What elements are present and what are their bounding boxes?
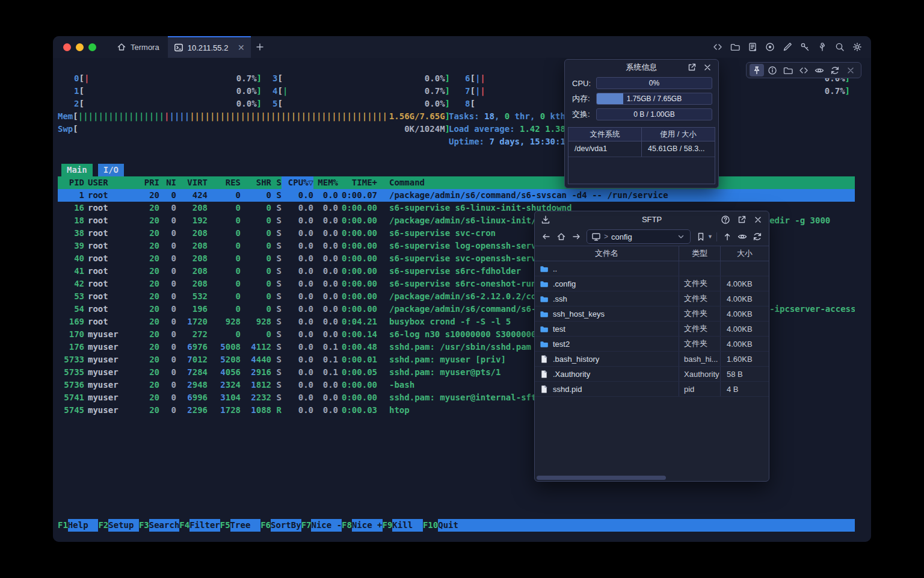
file-icon <box>540 355 549 364</box>
close-window-button[interactable] <box>63 43 71 51</box>
sftp-hscrollbar[interactable] <box>535 474 769 481</box>
column-header-shr[interactable]: SHR <box>241 176 271 189</box>
new-tab-button[interactable] <box>251 36 269 58</box>
close-button[interactable] <box>843 64 858 76</box>
column-header-pid[interactable]: PID <box>58 176 84 189</box>
path-separator: > <box>604 232 608 241</box>
session-tab[interactable]: 10.211.55.2 ✕ <box>168 36 251 58</box>
path-breadcrumb[interactable]: > config <box>587 229 691 244</box>
sftp-close-button[interactable] <box>752 214 764 226</box>
memory-progress-bar: 1.75GB / 7.65GB <box>596 93 712 105</box>
show-hidden-button[interactable] <box>736 230 749 243</box>
pin-button[interactable] <box>750 64 764 76</box>
zoom-window-button[interactable] <box>88 43 96 51</box>
info-button[interactable] <box>765 64 780 76</box>
sftp-open-window-button[interactable] <box>736 214 748 226</box>
cpu-meter-3: 3[0.0%] <box>273 72 450 85</box>
forward-button[interactable] <box>570 230 583 243</box>
folder-icon <box>783 66 793 75</box>
file-row[interactable]: sshd.pidpid4 B <box>535 382 769 397</box>
fkey-f2[interactable]: F2Setup <box>98 519 138 532</box>
key-icon <box>800 42 810 52</box>
chevron-down-icon[interactable] <box>676 232 686 241</box>
settings-button[interactable] <box>850 40 864 54</box>
file-row[interactable]: .config文件夹4.00KB <box>535 276 769 291</box>
app-home-tab[interactable]: Termora <box>108 36 168 58</box>
column-header-virt[interactable]: VIRT <box>176 176 208 189</box>
record-button[interactable] <box>763 40 777 54</box>
file-icon <box>540 385 549 394</box>
keychain-button[interactable] <box>815 40 829 54</box>
fkey-f7[interactable]: F7Nice - <box>301 519 342 532</box>
quick-toolbar <box>746 62 861 78</box>
info-icon <box>768 66 777 75</box>
column-header-pri[interactable]: PRI <box>136 176 159 189</box>
bookmark-dropdown[interactable]: ▼ <box>707 234 713 240</box>
close-tab-icon[interactable]: ✕ <box>238 43 245 52</box>
column-header-res[interactable]: RES <box>208 176 241 189</box>
minimize-window-button[interactable] <box>76 43 84 51</box>
sync-button[interactable] <box>828 64 842 76</box>
edit-button[interactable] <box>780 40 794 54</box>
nvidia-icon <box>815 66 824 75</box>
fkey-f6[interactable]: F6SortBy <box>260 519 301 532</box>
close-icon <box>703 63 712 72</box>
sftp-help-button[interactable] <box>719 214 732 226</box>
search-button[interactable] <box>833 40 846 54</box>
scrollbar-thumb[interactable] <box>537 476 666 480</box>
folder-icon <box>540 325 549 334</box>
log-icon <box>748 42 757 52</box>
settings-icon <box>852 42 862 52</box>
sftp-table-header: 文件名类型大小 <box>535 246 769 261</box>
file-row[interactable]: .. <box>535 261 769 276</box>
column-header-s[interactable]: S <box>271 176 282 189</box>
sftp-column-header-2[interactable]: 大小 <box>721 246 769 261</box>
file-row[interactable]: .bash_historybash_hi...1.60KB <box>535 352 769 367</box>
sftp-download-button[interactable] <box>540 214 552 226</box>
refresh-button[interactable] <box>751 230 764 243</box>
file-row[interactable]: test文件夹4.00KB <box>535 322 769 337</box>
column-header-user[interactable]: USER <box>88 176 136 189</box>
log-button[interactable] <box>745 40 759 54</box>
sysinfo-cpu-row: CPU: 0% <box>565 75 718 91</box>
column-header-ni[interactable]: NI <box>159 176 176 189</box>
key-button[interactable] <box>798 40 812 54</box>
folder-icon <box>540 294 549 303</box>
back-button[interactable] <box>540 230 553 243</box>
path-segment[interactable]: config <box>611 232 632 241</box>
fkey-f5[interactable]: F5Tree <box>220 519 260 532</box>
code-button[interactable] <box>796 64 811 76</box>
code-button[interactable] <box>710 40 724 54</box>
file-row[interactable]: test2文件夹4.00KB <box>535 337 769 352</box>
fkey-f8[interactable]: F8Nice + <box>342 519 382 532</box>
upload-button[interactable] <box>721 230 734 243</box>
file-row[interactable]: .ssh文件夹4.00KB <box>535 291 769 306</box>
column-header-cpu[interactable]: CPU%▽ <box>282 176 313 189</box>
sysinfo-open-window-button[interactable] <box>686 61 698 73</box>
sysinfo-close-button[interactable] <box>701 61 713 73</box>
fs-table-row: /dev/vda145.61GB / 58.3... <box>568 141 715 157</box>
nvidia-button[interactable] <box>812 64 827 76</box>
column-header-mem[interactable]: MEM% <box>313 176 338 189</box>
fkey-f3[interactable]: F3Search <box>139 519 179 532</box>
sftp-home-button[interactable] <box>555 230 568 243</box>
folder-icon <box>540 340 549 349</box>
folder-button[interactable] <box>781 64 795 76</box>
htop-tab-main[interactable]: Main <box>61 164 93 176</box>
file-row[interactable]: ssh_host_keys文件夹4.00KB <box>535 306 769 322</box>
sftp-column-header-1[interactable]: 类型 <box>679 246 721 261</box>
folder-button[interactable] <box>728 40 742 54</box>
fkey-f9[interactable]: F9Kill <box>383 519 423 532</box>
fkey-f4[interactable]: F4Filter <box>179 519 220 532</box>
bookmark-button[interactable] <box>694 230 707 243</box>
eye-icon <box>738 232 747 241</box>
cpu-meter-5: 5[0.0%] <box>273 98 450 110</box>
fkey-f1[interactable]: F1Help <box>58 519 98 532</box>
file-row[interactable]: .XauthorityXauthority58 B <box>535 367 769 382</box>
toolbar-divider <box>716 232 717 241</box>
htop-tab-io[interactable]: I/O <box>98 164 124 176</box>
sftp-column-header-0[interactable]: 文件名 <box>535 246 679 261</box>
process-row[interactable]: 1root20042400S0.00.00:00.07/package/admi… <box>58 189 855 202</box>
fkey-f10[interactable]: F10Quit <box>423 519 469 532</box>
column-header-time[interactable]: TIME+ <box>338 176 377 189</box>
